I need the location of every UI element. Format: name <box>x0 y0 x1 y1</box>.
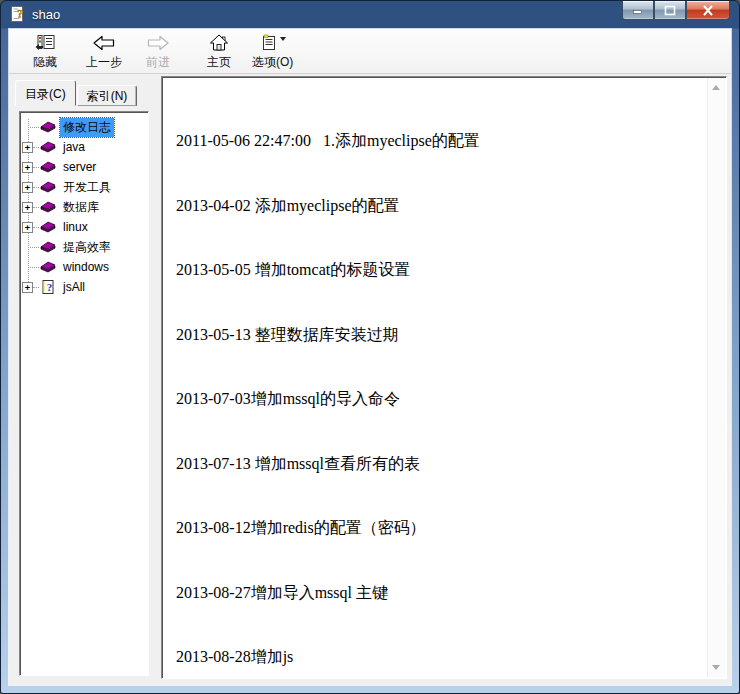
caption-buttons <box>622 1 730 20</box>
expand-icon[interactable]: + <box>22 282 33 293</box>
changelog-line: 2011-05-06 22:47:00 1.添加myeclipse的配置 <box>176 130 706 152</box>
changelog-line: 2013-05-05 增加tomcat的标题设置 <box>176 259 706 281</box>
changelog-line: 2013-07-03增加mssql的导入命令 <box>176 388 706 410</box>
expand-icon[interactable]: + <box>22 202 33 213</box>
hide-label: 隐藏 <box>33 54 57 71</box>
help-page-icon: ? <box>40 279 56 295</box>
topic-content-pane: 2011-05-06 22:47:00 1.添加myeclipse的配置 201… <box>161 76 727 679</box>
back-label: 上一步 <box>86 54 122 71</box>
hide-icon <box>34 33 56 53</box>
scroll-down-icon[interactable] <box>712 665 720 670</box>
tree-item-label: linux <box>60 219 91 235</box>
scroll-up-icon[interactable] <box>712 85 720 90</box>
options-label: 选项(O) <box>252 54 293 71</box>
tab-index[interactable]: 索引(N) <box>77 85 138 106</box>
window-client-area: 隐藏 上一步 前进 <box>9 29 731 685</box>
help-file-icon: ? <box>10 6 26 22</box>
options-icon <box>260 33 286 53</box>
book-icon <box>40 139 56 155</box>
forward-button[interactable]: 前进 <box>134 32 182 72</box>
contents-tree: 修改日志 + java <box>19 111 149 676</box>
tree-item-java[interactable]: + java <box>20 137 148 157</box>
titlebar[interactable]: ? shao <box>1 1 739 29</box>
tree-item-label: 数据库 <box>60 198 102 217</box>
expand-icon[interactable]: + <box>22 222 33 233</box>
changelog-line: 2013-08-27增加导入mssql 主键 <box>176 582 706 604</box>
forward-arrow-icon <box>146 33 170 53</box>
maximize-icon <box>664 5 676 16</box>
tree-item-label: java <box>60 139 88 155</box>
book-icon <box>40 259 56 275</box>
window-title: shao <box>32 7 60 22</box>
book-icon <box>40 179 56 195</box>
close-icon <box>702 5 714 16</box>
home-icon <box>209 33 229 53</box>
book-icon <box>40 219 56 235</box>
expand-icon[interactable]: + <box>22 182 33 193</box>
tree-item-label: windows <box>60 259 112 275</box>
sidebar-tabs: 目录(C) 索引(N) <box>15 80 137 106</box>
changelog-line: 2013-07-13 增加mssql查看所有的表 <box>176 453 706 475</box>
book-icon <box>40 119 56 135</box>
dropdown-caret-icon <box>280 37 286 41</box>
minimize-icon <box>632 5 644 15</box>
help-viewer-window: ? shao <box>0 0 740 694</box>
tree-item-database[interactable]: + 数据库 <box>20 197 148 217</box>
close-button[interactable] <box>686 1 730 20</box>
main-area: 目录(C) 索引(N) 修改日志 <box>9 74 731 685</box>
tree-item-windows[interactable]: windows <box>20 257 148 277</box>
home-button[interactable]: 主页 <box>195 32 243 72</box>
options-button[interactable]: 选项(O) <box>248 32 297 72</box>
forward-label: 前进 <box>146 54 170 71</box>
tab-contents[interactable]: 目录(C) <box>15 80 76 106</box>
tree-item-devtools[interactable]: + 开发工具 <box>20 177 148 197</box>
tree-item-label: jsAll <box>60 279 88 295</box>
tree-item-jsall[interactable]: + ? jsAll <box>20 277 148 297</box>
tree-item-label: server <box>60 159 99 175</box>
maximize-button[interactable] <box>654 1 686 20</box>
changelog-line: 2013-08-28增加js <box>176 646 706 668</box>
back-button[interactable]: 上一步 <box>80 32 128 72</box>
book-icon <box>40 159 56 175</box>
toolbar: 隐藏 上一步 前进 <box>9 29 731 74</box>
tree-item-label: 开发工具 <box>60 178 114 197</box>
home-label: 主页 <box>207 54 231 71</box>
changelog-line: 2013-08-12增加redis的配置（密码） <box>176 517 706 539</box>
expand-icon[interactable]: + <box>22 162 33 173</box>
back-arrow-icon <box>92 33 116 53</box>
tree-item-label: 修改日志 <box>60 118 114 137</box>
changelog-text: 2011-05-06 22:47:00 1.添加myeclipse的配置 201… <box>164 79 706 676</box>
tree-item-label: 提高效率 <box>60 238 114 257</box>
minimize-button[interactable] <box>622 1 654 20</box>
tree-item-linux[interactable]: + linux <box>20 217 148 237</box>
changelog-line: 2013-04-02 添加myeclipse的配置 <box>176 195 706 217</box>
book-icon <box>40 239 56 255</box>
svg-text:?: ? <box>47 281 53 293</box>
hide-button[interactable]: 隐藏 <box>21 32 69 72</box>
tree-item-server[interactable]: + server <box>20 157 148 177</box>
book-icon <box>40 199 56 215</box>
expand-icon[interactable]: + <box>22 142 33 153</box>
svg-text:?: ? <box>17 7 23 21</box>
tree-item-efficiency[interactable]: 提高效率 <box>20 237 148 257</box>
navigation-sidebar: 目录(C) 索引(N) 修改日志 <box>9 74 161 685</box>
vertical-scrollbar[interactable] <box>707 78 725 677</box>
changelog-line: 2013-05-13 整理数据库安装过期 <box>176 324 706 346</box>
tree-item-changelog[interactable]: 修改日志 <box>20 117 148 137</box>
